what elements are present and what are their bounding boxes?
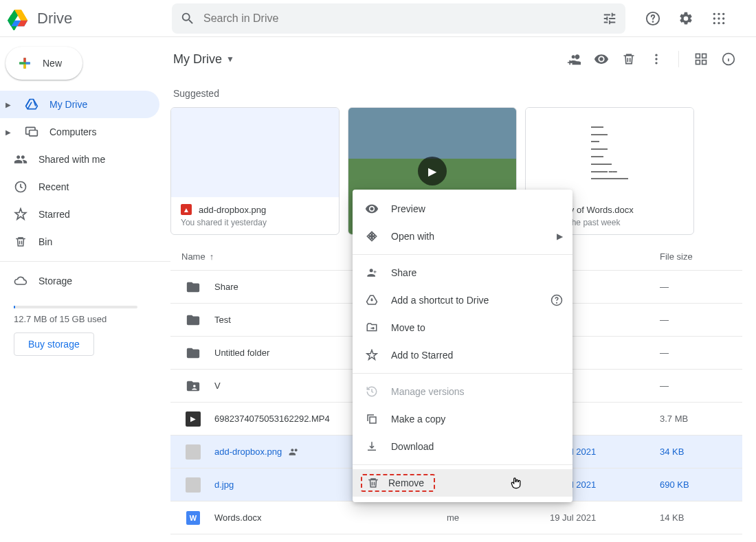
svg-point-3 — [718, 12, 720, 14]
menu-add-shortcut[interactable]: Add a shortcut to Drive — [353, 286, 572, 314]
chevron-right-icon: ▶ — [557, 232, 563, 241]
svg-point-10 — [722, 22, 724, 24]
sidebar-item-storage[interactable]: Storage — [0, 267, 159, 295]
sidebar-item-bin[interactable]: Bin — [0, 228, 159, 256]
card-title: add-dropbox.png — [199, 205, 266, 215]
star-icon — [365, 349, 379, 361]
menu-preview[interactable]: Preview — [353, 195, 572, 223]
table-row[interactable]: W Words.docx me 19 Jul 2021 14 KB — [170, 501, 742, 534]
sidebar-item-my-drive[interactable]: ▶ My Drive — [0, 91, 159, 118]
cloud-icon — [14, 274, 27, 288]
chevron-down-icon: ▼ — [226, 54, 234, 64]
cursor-icon — [509, 475, 523, 490]
file-size: 3.7 MB — [660, 414, 742, 424]
svg-rect-19 — [696, 60, 700, 65]
chevron-right-icon: ▶ — [5, 101, 14, 109]
storage-bar — [14, 306, 137, 308]
help-icon[interactable] — [639, 5, 667, 32]
thumbnail: ▬▬▬▬▬▬▬▬▬▬▬▬▬▬▬▬▬▬▬▬▬▬▬▬▬ ▬▬▬▬▬▬▬▬▬▬▬ — [526, 108, 693, 197]
play-icon: ▶ — [418, 157, 447, 185]
file-modified: 19 Jul 2021 — [550, 512, 660, 523]
help-icon[interactable] — [551, 294, 563, 306]
svg-point-7 — [722, 17, 724, 19]
star-icon — [14, 207, 27, 221]
svg-rect-12 — [30, 131, 38, 136]
sidebar-item-label: Recent — [38, 181, 69, 192]
file-size: — — [660, 282, 742, 292]
suggested-card[interactable]: ▲add-dropbox.png You shared it yesterday — [170, 107, 340, 235]
logo-area: Drive — [4, 5, 172, 32]
file-type-icon — [184, 377, 202, 395]
svg-point-14 — [655, 54, 657, 56]
sidebar: New ▶ My Drive ▶ Computers Shared with m… — [0, 37, 170, 542]
file-type-icon — [184, 311, 202, 329]
sort-arrow-icon: ↑ — [210, 251, 214, 262]
svg-rect-20 — [702, 60, 707, 65]
eye-icon — [365, 202, 379, 216]
app-title: Drive — [37, 10, 72, 27]
file-type-icon — [184, 476, 202, 494]
svg-point-6 — [718, 17, 720, 19]
person-add-icon — [365, 266, 379, 280]
sidebar-item-starred[interactable]: Starred — [0, 201, 159, 228]
more-icon[interactable] — [643, 45, 670, 73]
buy-storage-button[interactable]: Buy storage — [14, 332, 94, 356]
delete-icon[interactable] — [615, 45, 643, 73]
search-options-icon[interactable] — [602, 11, 617, 26]
search-icon — [180, 11, 195, 26]
storage-text: 12.7 MB of 15 GB used — [14, 314, 157, 324]
search-bar[interactable] — [172, 3, 625, 34]
divider — [678, 51, 679, 67]
menu-make-copy[interactable]: Make a copy — [353, 405, 572, 433]
move-icon — [365, 321, 379, 334]
shared-icon — [289, 447, 300, 458]
sidebar-item-computers[interactable]: ▶ Computers — [0, 118, 159, 146]
menu-move-to[interactable]: Move to — [353, 314, 572, 341]
sidebar-item-label: Shared with me — [38, 154, 105, 165]
trash-icon — [14, 236, 27, 248]
new-button[interactable]: New — [5, 47, 82, 80]
settings-icon[interactable] — [672, 5, 700, 32]
drive-logo-icon — [4, 5, 32, 32]
svg-point-2 — [713, 12, 715, 14]
clock-icon — [14, 180, 27, 194]
col-size[interactable]: File size — [660, 251, 742, 262]
file-type-icon: W — [184, 509, 202, 527]
apps-icon[interactable] — [705, 5, 733, 32]
svg-point-8 — [713, 22, 715, 24]
menu-open-with[interactable]: Open with▶ — [353, 223, 572, 250]
menu-manage-versions: Manage versions — [353, 378, 572, 405]
menu-remove[interactable]: Remove — [353, 469, 572, 497]
grid-view-icon[interactable] — [687, 45, 715, 73]
share-icon[interactable] — [560, 45, 588, 73]
image-icon: ▲ — [181, 204, 192, 215]
search-input[interactable] — [203, 12, 594, 25]
file-size: — — [660, 315, 742, 325]
content-header: My Drive ▼ — [170, 43, 742, 76]
sidebar-item-label: My Drive — [49, 99, 87, 110]
trash-icon — [366, 477, 380, 489]
storage-label: Storage — [38, 275, 72, 286]
file-type-icon — [184, 344, 202, 362]
people-icon — [14, 153, 27, 166]
menu-download[interactable]: Download — [353, 433, 572, 460]
divider — [0, 261, 170, 262]
svg-rect-17 — [696, 54, 700, 58]
svg-point-15 — [655, 58, 657, 60]
svg-point-16 — [655, 62, 657, 64]
download-icon — [365, 440, 379, 453]
file-type-icon: ▶ — [184, 410, 202, 428]
menu-add-starred[interactable]: Add to Starred — [353, 341, 572, 369]
breadcrumb[interactable]: My Drive ▼ — [170, 52, 234, 67]
toolbar — [560, 45, 742, 73]
svg-rect-18 — [702, 54, 707, 58]
menu-share[interactable]: Share — [353, 259, 572, 286]
info-icon[interactable] — [715, 45, 742, 73]
sidebar-item-recent[interactable]: Recent — [0, 173, 159, 201]
file-type-icon — [184, 443, 202, 461]
sidebar-item-shared[interactable]: Shared with me — [0, 146, 159, 173]
preview-icon[interactable] — [588, 45, 615, 73]
svg-point-22 — [193, 385, 196, 387]
computers-icon — [25, 125, 38, 139]
file-size: 34 KB — [660, 447, 742, 457]
